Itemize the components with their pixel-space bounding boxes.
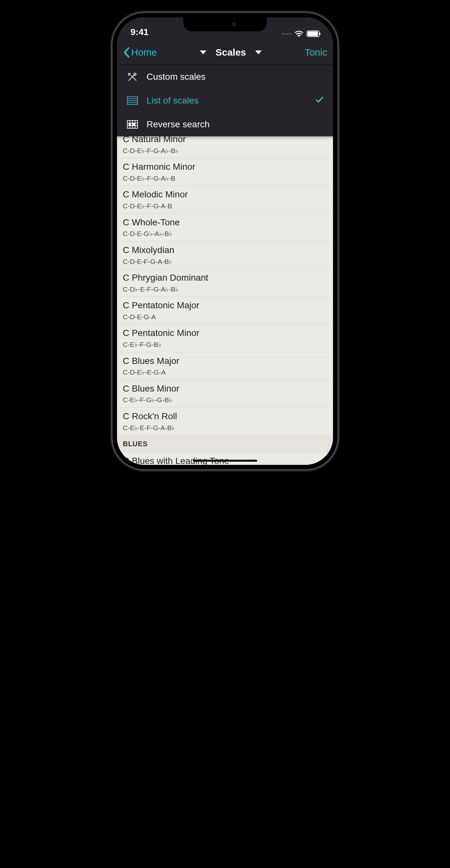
wifi-icon (294, 30, 303, 37)
list-item[interactable]: C Harmonic Minor C-D-E♭-F-G-A♭-B (117, 158, 333, 186)
cellular-dots-icon (282, 33, 291, 35)
list-item[interactable]: C Phrygian Dominant C-D♭-E-F-G-A♭-B♭ (117, 269, 333, 297)
list-icon (125, 93, 140, 108)
scale-name: C Blues Minor (123, 382, 327, 395)
dropdown-menu: Custom scales List of scales (117, 65, 333, 136)
back-button[interactable]: Home (123, 47, 157, 58)
list-item[interactable]: C Natural Minor C-D-E♭-F-G-A♭-B♭ (117, 136, 333, 158)
menu-label: Reverse search (147, 119, 210, 129)
chevron-down-icon (255, 51, 262, 54)
svg-point-13 (133, 123, 135, 125)
menu-item-reverse-search[interactable]: Reverse search (117, 113, 333, 136)
fretboard-icon (125, 117, 140, 132)
chevron-left-icon (123, 47, 130, 58)
page-title: Scales (215, 47, 246, 58)
phone-frame: 9:41 Home Scales Tonic (112, 13, 338, 469)
scale-notes: C-D-E♭-E-G-A (123, 368, 327, 377)
scale-notes: C-E♭-F-G-B♭ (123, 340, 327, 349)
home-indicator[interactable] (193, 460, 257, 462)
notch (183, 18, 267, 31)
scale-name: C Rock'n Roll (123, 410, 327, 423)
scale-name: C Natural Minor (123, 136, 327, 145)
svg-point-12 (129, 123, 131, 125)
list-item[interactable]: C Mixolydian C-D-E-F-G-A-B♭ (117, 242, 333, 269)
scale-name: C Harmonic Minor (123, 161, 327, 173)
scale-notes: C-E♭-F-G♭-G-B♭ (123, 395, 327, 404)
scale-name: C Mixolydian (123, 244, 327, 256)
scale-name: C Melodic Minor (123, 188, 327, 200)
scale-list[interactable]: C Natural Minor C-D-E♭-F-G-A♭-B♭ C Harmo… (117, 136, 333, 465)
menu-item-list-of-scales[interactable]: List of scales (117, 89, 333, 113)
status-right (282, 30, 320, 37)
list-item[interactable]: C Blues with Leading Tone C-E♭-F-G♭-G-B♭… (117, 452, 333, 465)
list-item[interactable]: C Rock'n Roll C-E♭-E-F-G-A-B♭ (117, 408, 333, 435)
scale-notes: C-D-E-G♭-A♭-B♭ (123, 229, 327, 238)
svg-point-1 (128, 73, 130, 75)
scale-name: C Whole-Tone (123, 216, 327, 228)
screen: 9:41 Home Scales Tonic (117, 18, 333, 465)
menu-label: List of scales (147, 95, 199, 106)
scale-notes: C-E♭-E-F-G-A-B♭ (123, 423, 327, 432)
svg-point-0 (298, 36, 299, 37)
status-time: 9:41 (130, 27, 149, 37)
back-label: Home (131, 47, 157, 58)
scale-name: C Phrygian Dominant (123, 272, 327, 284)
list-item[interactable]: C Blues Major C-D-E♭-E-G-A (117, 352, 333, 380)
scale-notes: C-D-E♭-F-G-A-B (123, 201, 327, 211)
menu-item-custom-scales[interactable]: Custom scales (117, 65, 333, 89)
tools-icon (125, 69, 140, 85)
scale-notes: C-D-E♭-F-G-A♭-B♭ (123, 146, 327, 155)
scale-notes: C-D-E♭-F-G-A♭-B (123, 174, 327, 183)
menu-label: Custom scales (147, 72, 206, 82)
scale-name: C Pentatonic Minor (123, 327, 327, 339)
scale-notes: C-D♭-E-F-G-A♭-B♭ (123, 284, 327, 294)
list-item[interactable]: C Pentatonic Major C-D-E-G-A (117, 297, 333, 324)
section-header-blues: BLUES (117, 435, 333, 452)
list-item[interactable]: C Whole-Tone C-D-E-G♭-A♭-B♭ (117, 214, 333, 242)
chevron-down-icon (200, 51, 206, 54)
battery-icon (307, 31, 320, 37)
title-dropdown[interactable]: Scales (200, 47, 261, 58)
scale-name: C Pentatonic Major (123, 299, 327, 311)
scale-notes: C-D-E-G-A (123, 312, 327, 321)
list-item[interactable]: C Melodic Minor C-D-E♭-F-G-A-B (117, 186, 333, 214)
nav-bar: Home Scales Tonic (117, 40, 333, 65)
list-item[interactable]: C Pentatonic Minor C-E♭-F-G-B♭ (117, 324, 333, 352)
scale-name: C Blues Major (123, 355, 327, 367)
list-item[interactable]: C Blues Minor C-E♭-F-G♭-G-B♭ (117, 380, 333, 408)
scale-notes: C-D-E-F-G-A-B♭ (123, 257, 327, 266)
check-icon (315, 95, 324, 106)
tonic-button[interactable]: Tonic (305, 47, 327, 58)
